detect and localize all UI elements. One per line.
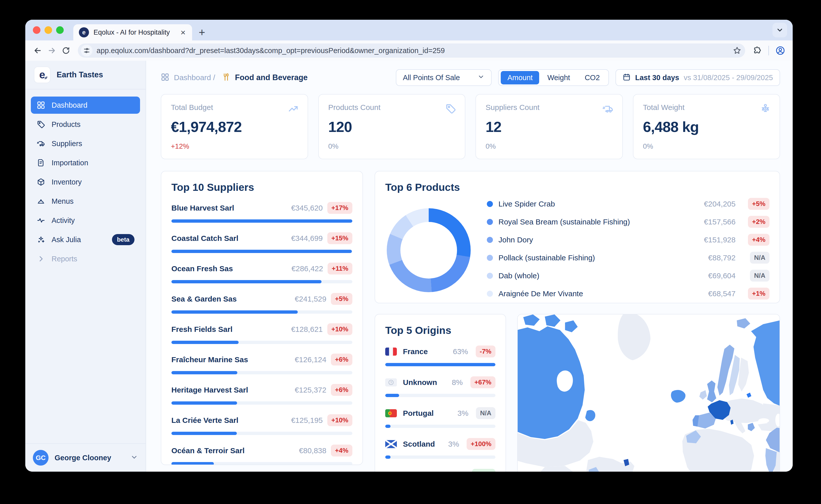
supplier-value: €126,124 xyxy=(295,355,326,364)
leaf-icon xyxy=(44,76,48,80)
svg-text:?: ? xyxy=(390,381,392,384)
url-bar[interactable]: app.eqolux.com/dashboard?dr_preset=last3… xyxy=(78,43,745,58)
supplier-row[interactable]: Sea & Garden Sas €241,529 +5% xyxy=(171,293,352,314)
sidebar-item-suppliers[interactable]: Suppliers xyxy=(31,135,140,152)
supplier-bar-track xyxy=(171,250,352,253)
supplier-bar-fill xyxy=(171,219,352,223)
calendar-icon xyxy=(623,73,631,82)
supplier-row[interactable]: Blue Harvest Sarl €345,620 +17% xyxy=(171,202,352,223)
origin-row[interactable]: France 63% -7% xyxy=(385,346,495,366)
products-donut-chart[interactable] xyxy=(387,208,471,292)
sidebar-item-label: Ask Julia xyxy=(52,236,81,244)
unit-toggle: Amount Weight CO2 xyxy=(498,69,609,86)
sidebar-item-label: Dashboard xyxy=(52,101,87,109)
product-value: €151,928 xyxy=(693,236,736,244)
breadcrumb-root[interactable]: Dashboard / xyxy=(174,73,215,82)
origins-map-card[interactable] xyxy=(517,314,780,472)
sidebar-item-dashboard[interactable]: Dashboard xyxy=(31,97,140,114)
origins-list: France 63% -7% ? Unknown 8% +67% Portuga… xyxy=(385,346,495,472)
sidebar-item-inventory[interactable]: Inventory xyxy=(31,173,140,191)
product-legend-row[interactable]: Araignée De Mer Vivante €68,547 +1% xyxy=(487,288,769,300)
site-info-icon[interactable] xyxy=(81,45,93,56)
maximize-window-button[interactable] xyxy=(56,26,64,34)
product-name: John Dory xyxy=(498,236,687,244)
grid-icon xyxy=(36,101,45,110)
tab-search-chevron-icon[interactable] xyxy=(772,23,787,37)
origin-bar-fill xyxy=(385,455,391,459)
points-of-sale-select[interactable]: All Points Of Sale xyxy=(396,69,492,86)
supplier-row[interactable]: La Criée Verte Sarl €125,195 +10% xyxy=(171,414,352,435)
user-name: George Clooney xyxy=(55,454,124,462)
back-icon[interactable] xyxy=(32,45,43,56)
origin-bar-fill xyxy=(385,363,495,366)
kpi-total-weight: Total Weight 6,488 kg 0% xyxy=(633,94,780,159)
supplier-value: €128,621 xyxy=(291,325,323,334)
tab-weight[interactable]: Weight xyxy=(541,71,577,84)
supplier-row[interactable]: Fresh Fields Sarl €128,621 +10% xyxy=(171,323,352,344)
kpi-delta: 0% xyxy=(486,142,613,150)
supplier-bar-track xyxy=(171,219,352,223)
extensions-icon[interactable] xyxy=(751,45,763,56)
supplier-delta-badge: +6% xyxy=(331,354,352,365)
browser-tab[interactable]: e Eqolux - AI for Hospitality × xyxy=(73,24,192,40)
supplier-row[interactable]: Coastal Catch Sarl €344,699 +15% xyxy=(171,232,352,253)
minimize-window-button[interactable] xyxy=(44,26,52,34)
reload-icon[interactable] xyxy=(60,45,72,56)
origin-percent: 3% xyxy=(448,440,459,448)
product-legend-row[interactable]: John Dory €151,928 +4% xyxy=(487,234,769,246)
tab-close-icon[interactable]: × xyxy=(179,28,187,37)
sidebar-item-products[interactable]: Products xyxy=(31,116,140,133)
top-products-card: Top 6 Products Live Spider Crab €204,205… xyxy=(375,171,780,303)
product-legend-row[interactable]: Royal Sea Bream (sustainable Fishing) €1… xyxy=(487,216,769,228)
sidebar-item-ask-julia[interactable]: Ask Julia beta xyxy=(31,231,140,248)
product-name: Royal Sea Bream (sustainable Fishing) xyxy=(498,218,687,226)
org-logo: e xyxy=(34,66,51,83)
date-range-picker[interactable]: Last 30 days vs 31/08/2025 - 29/09/2025 xyxy=(615,69,780,86)
supplier-bar-fill xyxy=(171,432,237,435)
origin-row[interactable]: ? Unknown 8% +67% xyxy=(385,376,495,397)
product-value: €69,604 xyxy=(693,271,736,280)
dashboard-grid-icon xyxy=(161,73,169,82)
org-switcher[interactable]: e Earth Tastes xyxy=(25,61,146,89)
origin-row[interactable]: Iceland 3% -25% xyxy=(385,469,495,472)
supplier-row[interactable]: Océan & Terroir Sarl €80,838 +4% xyxy=(171,445,352,465)
product-legend-row[interactable]: Dab (whole) €69,604 N/A xyxy=(487,270,769,282)
kpi-label: Total Weight xyxy=(643,103,770,112)
supplier-row[interactable]: Heritage Harvest Sarl €125,372 +6% xyxy=(171,384,352,405)
forward-icon[interactable] xyxy=(46,45,58,56)
tab-co2[interactable]: CO2 xyxy=(578,71,606,84)
date-range-label: Last 30 days xyxy=(635,74,679,82)
sidebar-item-reports[interactable]: Reports xyxy=(31,250,140,267)
sidebar-item-importation[interactable]: Importation xyxy=(31,154,140,171)
new-tab-button[interactable]: + xyxy=(199,27,205,38)
product-name: Pollack (sustainable Fishing) xyxy=(498,254,687,262)
product-legend-row[interactable]: Pollack (sustainable Fishing) €88,792 N/… xyxy=(487,252,769,264)
origin-delta-badge: N/A xyxy=(476,407,495,419)
origin-percent: 63% xyxy=(453,347,468,356)
sidebar-item-menus[interactable]: Menus xyxy=(31,193,140,210)
supplier-value: €241,529 xyxy=(295,295,326,303)
top-origins-card: Top 5 Origins France 63% -7% ? Unknown 8… xyxy=(375,314,506,472)
main-content: Dashboard / Food and Beverage All Points… xyxy=(146,61,793,472)
close-window-button[interactable] xyxy=(33,26,40,34)
product-delta-badge: +4% xyxy=(748,234,769,246)
url-text[interactable]: app.eqolux.com/dashboard?dr_preset=last3… xyxy=(97,47,727,55)
supplier-value: €345,620 xyxy=(291,204,323,212)
product-value: €68,547 xyxy=(693,289,736,298)
product-legend-row[interactable]: Live Spider Crab €204,205 +5% xyxy=(487,198,769,210)
user-menu[interactable]: GC George Clooney xyxy=(25,443,146,472)
sidebar-item-label: Menus xyxy=(52,197,74,205)
origin-row[interactable]: Scotland 3% +100% xyxy=(385,438,495,459)
bookmark-star-icon[interactable] xyxy=(732,46,743,55)
sidebar-item-activity[interactable]: Activity xyxy=(31,212,140,229)
weight-scale-icon xyxy=(760,103,771,115)
tab-amount[interactable]: Amount xyxy=(501,71,539,84)
kpi-value: 6,488 kg xyxy=(643,118,770,135)
supplier-row[interactable]: Ocean Fresh Sas €286,422 +11% xyxy=(171,263,352,283)
product-name: Live Spider Crab xyxy=(498,200,687,208)
supplier-row[interactable]: Fraîcheur Marine Sas €126,124 +6% xyxy=(171,354,352,374)
origin-row[interactable]: Portugal 3% N/A xyxy=(385,407,495,428)
supplier-bar-track xyxy=(171,432,352,435)
supplier-name: Océan & Terroir Sarl xyxy=(171,446,294,455)
browser-profile-icon[interactable] xyxy=(774,45,786,56)
